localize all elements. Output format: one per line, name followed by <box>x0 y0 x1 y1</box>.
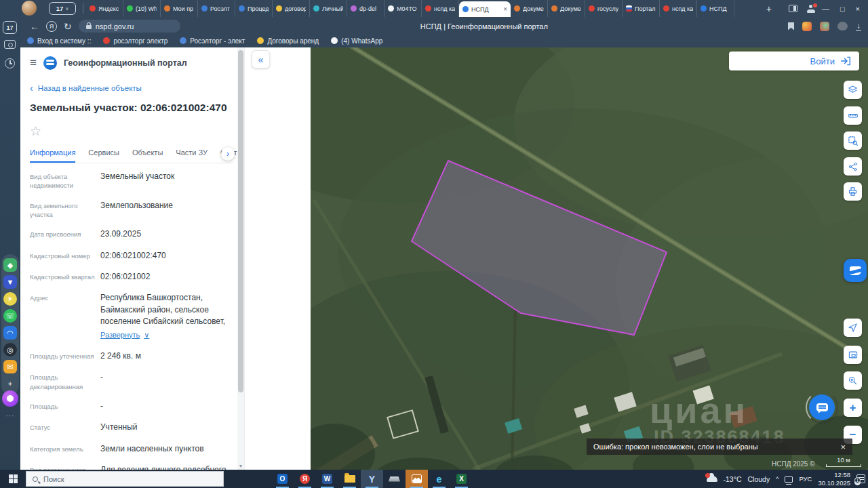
browser-tab-16[interactable]: нспд ка <box>660 0 697 17</box>
tab-close-icon[interactable]: × <box>503 5 507 13</box>
layers-button[interactable] <box>844 81 862 99</box>
alice-assistant-icon[interactable] <box>2 390 18 407</box>
whatsapp-icon[interactable]: ☏ <box>3 309 17 323</box>
print-button[interactable] <box>844 182 862 201</box>
browser-tab-14[interactable]: госуслу <box>585 0 623 17</box>
taskbar-app-explorer[interactable] <box>338 470 361 488</box>
bookmark-item[interactable]: Росэлторг - элект <box>180 37 245 45</box>
taskbar-clock[interactable]: 12:58 30.10.2025 <box>818 471 850 487</box>
browser-icon[interactable]: ◠ <box>3 326 17 340</box>
url-field[interactable]: nspd.gov.ru <box>79 20 180 33</box>
browser-tab-15[interactable]: Портал <box>623 0 660 17</box>
area-select-button[interactable] <box>844 131 862 150</box>
browser-tab-9[interactable]: М04ТО <box>384 0 422 17</box>
weather-temp[interactable]: -13°C <box>724 475 742 483</box>
measure-ruler-button[interactable] <box>844 106 862 125</box>
browser-tab-1[interactable]: Яндекс <box>86 0 123 17</box>
taskbar-app-outlook[interactable]: O <box>271 470 294 488</box>
favorite-star-icon[interactable]: ☆ <box>30 123 46 139</box>
browser-tab-10[interactable]: нспд ка <box>422 0 459 17</box>
bookmark-item[interactable]: (4) WhatsApp <box>331 37 382 45</box>
chat-support-button[interactable] <box>809 394 835 420</box>
browser-tab-2[interactable]: (10) Wh <box>123 0 161 17</box>
scrollbar-thumb[interactable] <box>238 50 243 392</box>
history-clock-icon[interactable] <box>5 58 15 68</box>
extension-icon[interactable] <box>802 22 812 31</box>
tab-информация[interactable]: Информация <box>30 148 75 163</box>
browser-tab-8[interactable]: dp-del <box>347 0 384 17</box>
extension-icon[interactable] <box>820 22 829 31</box>
window-close-button[interactable]: × <box>856 5 860 13</box>
bookmark-label: (4) WhatsApp <box>341 37 382 45</box>
taskbar-app-yandex[interactable]: Я <box>294 470 316 488</box>
window-maximize-button[interactable]: □ <box>840 5 845 13</box>
org-logo-icon[interactable]: ☀ <box>3 292 17 306</box>
side-panels-icon[interactable] <box>789 5 797 12</box>
tab-сервисы[interactable]: Сервисы <box>88 148 119 163</box>
taskbar-app-excel[interactable]: X <box>450 470 473 488</box>
tabs-more-button[interactable]: › <box>221 147 235 161</box>
network-icon[interactable] <box>785 476 793 483</box>
tab-count-chip[interactable]: 17∨ <box>49 2 76 15</box>
zoom-in-button[interactable]: + <box>844 399 862 417</box>
shield-icon[interactable]: ▼ <box>3 275 17 289</box>
collapse-panel-button[interactable]: « <box>252 50 270 68</box>
tab-части зу[interactable]: Части ЗУ <box>176 148 208 163</box>
browser-profile-icon[interactable] <box>807 5 815 13</box>
back-to-results-link[interactable]: ‹ Назад в найденные объекты <box>30 83 233 94</box>
weather-condition[interactable]: Cloudy <box>748 475 770 483</box>
add-app-icon[interactable]: + <box>3 377 17 390</box>
language-indicator[interactable]: РУС <box>799 475 812 483</box>
profile-avatar[interactable] <box>22 1 37 16</box>
sidebar-more-icon[interactable]: ··· <box>0 412 20 420</box>
camera-app-icon[interactable]: ◎ <box>3 343 17 357</box>
tab-counter-badge[interactable]: 17 <box>3 21 17 34</box>
taskbar-app-edge[interactable]: e <box>428 470 450 488</box>
teams-icon[interactable]: ◆ <box>3 258 17 272</box>
collections-icon[interactable] <box>837 22 848 30</box>
panel-scrollbar[interactable]: ▼ <box>237 47 244 470</box>
bookmark-item[interactable]: Вход в систему :: <box>27 37 91 45</box>
browser-tab-12[interactable]: Докуме <box>511 0 548 17</box>
mail-icon[interactable]: ✉ <box>3 360 17 373</box>
bookmark-item[interactable]: росэлторг электр <box>103 37 167 45</box>
start-button[interactable] <box>0 470 26 488</box>
tab-объекты[interactable]: Объекты <box>132 148 163 163</box>
taskbar-app-scanner[interactable] <box>383 470 406 488</box>
map-canvas[interactable]: циан ID 323868418 Войти + − <box>311 47 868 470</box>
tray-expand-icon[interactable]: ^ <box>776 476 778 483</box>
browser-tab-7[interactable]: Личный <box>310 0 347 17</box>
expand-address-link[interactable]: Развернуть∨ <box>100 330 149 341</box>
new-tab-button[interactable]: + <box>760 0 778 17</box>
browser-tab-17[interactable]: НСПД <box>697 0 734 17</box>
window-minimize-button[interactable]: — <box>822 5 829 13</box>
taskbar-app-word[interactable]: W <box>316 470 338 488</box>
reload-button[interactable]: ↻ <box>64 21 72 32</box>
browser-tab-3[interactable]: Мои пр <box>161 0 198 17</box>
menu-icon[interactable]: ≡ <box>30 56 37 70</box>
downloads-icon[interactable]: ↓ <box>856 22 861 30</box>
scrollbar-down-arrow[interactable]: ▼ <box>237 464 244 468</box>
browser-tab-6[interactable]: договор <box>273 0 310 17</box>
weather-icon[interactable] <box>707 476 717 482</box>
screenshot-icon[interactable] <box>4 40 16 49</box>
taskbar-app-photos[interactable] <box>406 470 428 488</box>
toast-close-icon[interactable]: × <box>840 442 846 452</box>
browser-tab-11[interactable]: НСПД× <box>459 1 511 17</box>
browser-tab-5[interactable]: Процед <box>235 0 273 17</box>
browser-tab-4[interactable]: Росэлт <box>198 0 235 17</box>
bookmark-item[interactable]: Договоры аренд <box>257 37 319 45</box>
notification-icon[interactable]: 1 <box>856 474 865 483</box>
coordinate-search-button[interactable] <box>844 371 862 390</box>
overview-map-button[interactable] <box>844 346 862 364</box>
taskbar-search[interactable]: Поиск <box>26 471 224 487</box>
panorama-button[interactable] <box>844 259 867 282</box>
my-location-button[interactable] <box>844 319 862 337</box>
yandex-search-icon[interactable]: Я <box>46 21 57 32</box>
login-button[interactable]: Войти <box>729 52 859 70</box>
back-button[interactable]: ← <box>30 21 39 32</box>
share-button[interactable] <box>844 157 862 176</box>
bookmark-flag-icon[interactable] <box>788 22 794 30</box>
browser-tab-13[interactable]: Докуме <box>548 0 585 17</box>
taskbar-app-yandex-browser[interactable]: Y <box>361 470 383 488</box>
